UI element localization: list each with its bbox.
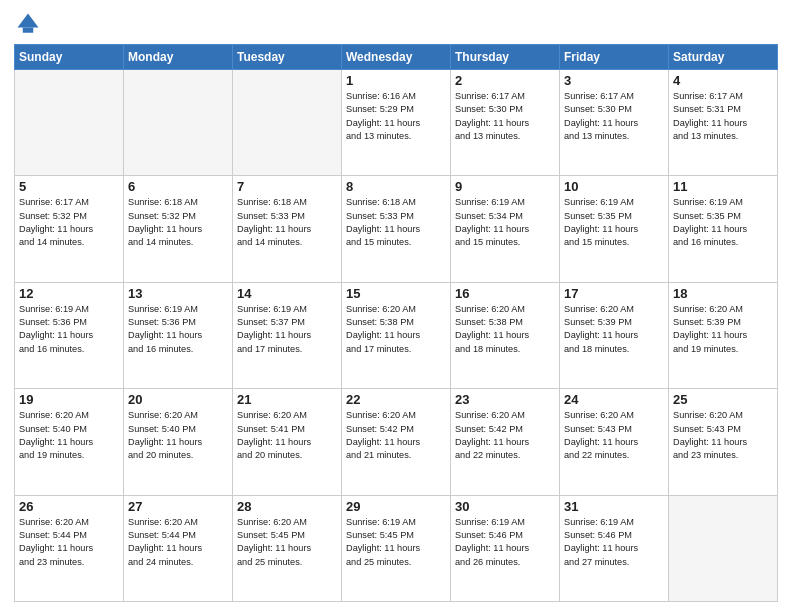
calendar-cell	[15, 70, 124, 176]
day-info: Sunrise: 6:16 AM Sunset: 5:29 PM Dayligh…	[346, 90, 446, 143]
calendar-cell: 27Sunrise: 6:20 AM Sunset: 5:44 PM Dayli…	[124, 495, 233, 601]
page: SundayMondayTuesdayWednesdayThursdayFrid…	[0, 0, 792, 612]
week-row-0: 1Sunrise: 6:16 AM Sunset: 5:29 PM Daylig…	[15, 70, 778, 176]
logo-icon	[14, 10, 42, 38]
day-info: Sunrise: 6:19 AM Sunset: 5:34 PM Dayligh…	[455, 196, 555, 249]
day-number: 24	[564, 392, 664, 407]
day-number: 28	[237, 499, 337, 514]
calendar-cell: 4Sunrise: 6:17 AM Sunset: 5:31 PM Daylig…	[669, 70, 778, 176]
calendar-cell: 18Sunrise: 6:20 AM Sunset: 5:39 PM Dayli…	[669, 282, 778, 388]
day-info: Sunrise: 6:20 AM Sunset: 5:42 PM Dayligh…	[346, 409, 446, 462]
calendar-table: SundayMondayTuesdayWednesdayThursdayFrid…	[14, 44, 778, 602]
dow-header-wednesday: Wednesday	[342, 45, 451, 70]
day-info: Sunrise: 6:20 AM Sunset: 5:39 PM Dayligh…	[564, 303, 664, 356]
day-number: 7	[237, 179, 337, 194]
day-number: 5	[19, 179, 119, 194]
day-number: 6	[128, 179, 228, 194]
day-info: Sunrise: 6:20 AM Sunset: 5:40 PM Dayligh…	[128, 409, 228, 462]
day-info: Sunrise: 6:20 AM Sunset: 5:39 PM Dayligh…	[673, 303, 773, 356]
day-number: 16	[455, 286, 555, 301]
dow-header-friday: Friday	[560, 45, 669, 70]
day-number: 2	[455, 73, 555, 88]
svg-rect-1	[23, 28, 34, 33]
day-number: 20	[128, 392, 228, 407]
day-number: 29	[346, 499, 446, 514]
day-info: Sunrise: 6:17 AM Sunset: 5:32 PM Dayligh…	[19, 196, 119, 249]
day-number: 26	[19, 499, 119, 514]
calendar-cell: 2Sunrise: 6:17 AM Sunset: 5:30 PM Daylig…	[451, 70, 560, 176]
svg-marker-0	[18, 14, 39, 28]
day-number: 3	[564, 73, 664, 88]
day-info: Sunrise: 6:20 AM Sunset: 5:41 PM Dayligh…	[237, 409, 337, 462]
day-info: Sunrise: 6:18 AM Sunset: 5:33 PM Dayligh…	[237, 196, 337, 249]
day-number: 22	[346, 392, 446, 407]
day-number: 8	[346, 179, 446, 194]
day-number: 13	[128, 286, 228, 301]
day-info: Sunrise: 6:20 AM Sunset: 5:43 PM Dayligh…	[673, 409, 773, 462]
dow-header-saturday: Saturday	[669, 45, 778, 70]
calendar-cell: 30Sunrise: 6:19 AM Sunset: 5:46 PM Dayli…	[451, 495, 560, 601]
week-row-2: 12Sunrise: 6:19 AM Sunset: 5:36 PM Dayli…	[15, 282, 778, 388]
day-info: Sunrise: 6:20 AM Sunset: 5:42 PM Dayligh…	[455, 409, 555, 462]
calendar-cell: 31Sunrise: 6:19 AM Sunset: 5:46 PM Dayli…	[560, 495, 669, 601]
week-row-1: 5Sunrise: 6:17 AM Sunset: 5:32 PM Daylig…	[15, 176, 778, 282]
day-info: Sunrise: 6:19 AM Sunset: 5:35 PM Dayligh…	[673, 196, 773, 249]
day-number: 14	[237, 286, 337, 301]
calendar-cell: 21Sunrise: 6:20 AM Sunset: 5:41 PM Dayli…	[233, 389, 342, 495]
week-row-3: 19Sunrise: 6:20 AM Sunset: 5:40 PM Dayli…	[15, 389, 778, 495]
calendar-cell: 23Sunrise: 6:20 AM Sunset: 5:42 PM Dayli…	[451, 389, 560, 495]
calendar-cell: 26Sunrise: 6:20 AM Sunset: 5:44 PM Dayli…	[15, 495, 124, 601]
calendar-cell: 7Sunrise: 6:18 AM Sunset: 5:33 PM Daylig…	[233, 176, 342, 282]
logo	[14, 10, 46, 38]
day-number: 27	[128, 499, 228, 514]
day-number: 25	[673, 392, 773, 407]
calendar-cell: 29Sunrise: 6:19 AM Sunset: 5:45 PM Dayli…	[342, 495, 451, 601]
day-number: 30	[455, 499, 555, 514]
day-number: 4	[673, 73, 773, 88]
calendar-cell: 24Sunrise: 6:20 AM Sunset: 5:43 PM Dayli…	[560, 389, 669, 495]
dow-header-tuesday: Tuesday	[233, 45, 342, 70]
day-number: 18	[673, 286, 773, 301]
day-number: 17	[564, 286, 664, 301]
calendar-cell: 17Sunrise: 6:20 AM Sunset: 5:39 PM Dayli…	[560, 282, 669, 388]
calendar-cell: 3Sunrise: 6:17 AM Sunset: 5:30 PM Daylig…	[560, 70, 669, 176]
day-number: 19	[19, 392, 119, 407]
day-info: Sunrise: 6:20 AM Sunset: 5:38 PM Dayligh…	[455, 303, 555, 356]
day-number: 21	[237, 392, 337, 407]
day-number: 9	[455, 179, 555, 194]
calendar-cell: 13Sunrise: 6:19 AM Sunset: 5:36 PM Dayli…	[124, 282, 233, 388]
day-info: Sunrise: 6:19 AM Sunset: 5:35 PM Dayligh…	[564, 196, 664, 249]
calendar-body: 1Sunrise: 6:16 AM Sunset: 5:29 PM Daylig…	[15, 70, 778, 602]
header	[14, 10, 778, 38]
calendar-cell: 8Sunrise: 6:18 AM Sunset: 5:33 PM Daylig…	[342, 176, 451, 282]
calendar-cell: 5Sunrise: 6:17 AM Sunset: 5:32 PM Daylig…	[15, 176, 124, 282]
calendar-cell: 9Sunrise: 6:19 AM Sunset: 5:34 PM Daylig…	[451, 176, 560, 282]
day-number: 11	[673, 179, 773, 194]
calendar-cell: 16Sunrise: 6:20 AM Sunset: 5:38 PM Dayli…	[451, 282, 560, 388]
calendar-cell: 15Sunrise: 6:20 AM Sunset: 5:38 PM Dayli…	[342, 282, 451, 388]
calendar-cell: 25Sunrise: 6:20 AM Sunset: 5:43 PM Dayli…	[669, 389, 778, 495]
day-info: Sunrise: 6:20 AM Sunset: 5:45 PM Dayligh…	[237, 516, 337, 569]
calendar-cell: 12Sunrise: 6:19 AM Sunset: 5:36 PM Dayli…	[15, 282, 124, 388]
day-info: Sunrise: 6:19 AM Sunset: 5:37 PM Dayligh…	[237, 303, 337, 356]
day-info: Sunrise: 6:20 AM Sunset: 5:40 PM Dayligh…	[19, 409, 119, 462]
day-info: Sunrise: 6:19 AM Sunset: 5:36 PM Dayligh…	[19, 303, 119, 356]
day-info: Sunrise: 6:17 AM Sunset: 5:30 PM Dayligh…	[564, 90, 664, 143]
day-number: 1	[346, 73, 446, 88]
day-info: Sunrise: 6:20 AM Sunset: 5:38 PM Dayligh…	[346, 303, 446, 356]
dow-header-thursday: Thursday	[451, 45, 560, 70]
dow-header-sunday: Sunday	[15, 45, 124, 70]
day-info: Sunrise: 6:19 AM Sunset: 5:45 PM Dayligh…	[346, 516, 446, 569]
calendar-cell: 1Sunrise: 6:16 AM Sunset: 5:29 PM Daylig…	[342, 70, 451, 176]
calendar-cell: 11Sunrise: 6:19 AM Sunset: 5:35 PM Dayli…	[669, 176, 778, 282]
day-number: 15	[346, 286, 446, 301]
calendar-cell: 19Sunrise: 6:20 AM Sunset: 5:40 PM Dayli…	[15, 389, 124, 495]
days-of-week-row: SundayMondayTuesdayWednesdayThursdayFrid…	[15, 45, 778, 70]
week-row-4: 26Sunrise: 6:20 AM Sunset: 5:44 PM Dayli…	[15, 495, 778, 601]
day-info: Sunrise: 6:19 AM Sunset: 5:46 PM Dayligh…	[564, 516, 664, 569]
calendar-header: SundayMondayTuesdayWednesdayThursdayFrid…	[15, 45, 778, 70]
day-number: 12	[19, 286, 119, 301]
calendar-cell: 22Sunrise: 6:20 AM Sunset: 5:42 PM Dayli…	[342, 389, 451, 495]
day-info: Sunrise: 6:19 AM Sunset: 5:36 PM Dayligh…	[128, 303, 228, 356]
calendar-cell: 14Sunrise: 6:19 AM Sunset: 5:37 PM Dayli…	[233, 282, 342, 388]
